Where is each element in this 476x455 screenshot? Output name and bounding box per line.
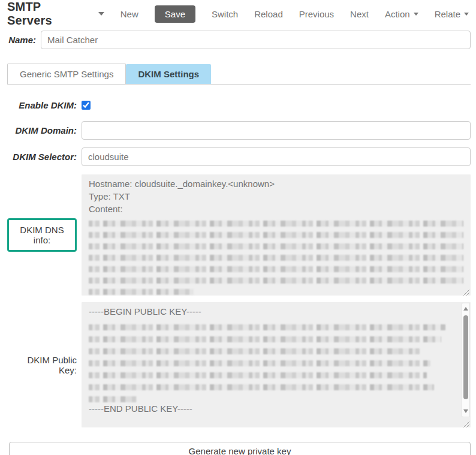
redacted-text-line — [89, 396, 137, 402]
redacted-text-line — [89, 360, 430, 366]
new-button[interactable]: New — [120, 9, 138, 19]
chevron-down-icon — [414, 13, 418, 16]
dkim-dns-info-row: DKIM DNS info: Hostname: cloudsuite._dom… — [7, 174, 471, 296]
dns-hostname-line: Hostname: cloudsuite._domainkey.<unknown… — [89, 177, 463, 190]
switch-button[interactable]: Switch — [212, 9, 238, 19]
page-title: SMTP Servers — [7, 0, 84, 28]
dns-content-line: Content: — [89, 203, 463, 215]
dkim-settings-panel: Enable DKIM: DKIM Domain: DKIM Selector:… — [7, 100, 471, 427]
resize-handle-icon[interactable] — [463, 420, 469, 426]
action-menu-label: Action — [385, 9, 410, 19]
enable-dkim-checkbox[interactable] — [82, 101, 91, 110]
name-label: Name: — [7, 35, 36, 45]
tab-dkim-settings[interactable]: DKIM Settings — [126, 64, 211, 84]
redacted-text-line — [89, 324, 445, 330]
dkim-public-key-row: DKIM Public Key: -----BEGIN PUBLIC KEY--… — [7, 302, 471, 427]
smtp-server-edit-view: SMTP Servers New Save Switch Reload Prev… — [0, 0, 476, 455]
scrollbar-thumb[interactable] — [463, 315, 468, 399]
redacted-public-key-content — [89, 324, 456, 402]
relate-menu[interactable]: Relate — [435, 9, 469, 19]
end-public-key-line: -----END PUBLIC KEY----- — [89, 402, 456, 415]
relate-menu-label: Relate — [435, 9, 460, 19]
name-field-row: Name: — [7, 31, 471, 49]
chevron-down-icon — [464, 13, 469, 16]
redacted-text-line — [89, 243, 463, 249]
begin-public-key-line: -----BEGIN PUBLIC KEY----- — [89, 305, 456, 318]
redacted-text-line — [89, 384, 434, 390]
name-input[interactable] — [41, 31, 471, 49]
dkim-public-key-label: DKIM Public Key: — [7, 355, 77, 375]
tab-bar: Generic SMTP Settings DKIM Settings — [7, 64, 471, 85]
save-button[interactable]: Save — [155, 5, 195, 23]
vertical-scrollbar[interactable] — [462, 303, 470, 417]
enable-dkim-row: Enable DKIM: — [7, 100, 471, 110]
tab-generic-smtp-settings[interactable]: Generic SMTP Settings — [7, 64, 126, 84]
redacted-text-line — [89, 266, 463, 272]
redacted-text-line — [89, 255, 463, 261]
redacted-text-line — [89, 372, 427, 378]
previous-button[interactable]: Previous — [299, 9, 334, 19]
dkim-selector-row: DKIM Selector: — [7, 147, 471, 166]
redacted-text-line — [89, 348, 420, 354]
dkim-domain-label: DKIM Domain: — [7, 125, 77, 135]
scroll-up-icon[interactable] — [463, 307, 468, 311]
dkim-domain-row: DKIM Domain: — [7, 121, 471, 140]
toolbar: SMTP Servers New Save Switch Reload Prev… — [0, 0, 476, 23]
redacted-text-line — [89, 232, 463, 238]
chevron-down-icon — [98, 12, 104, 16]
dkim-domain-input[interactable] — [82, 121, 471, 140]
scroll-down-icon[interactable] — [463, 409, 468, 413]
enable-dkim-label: Enable DKIM: — [7, 100, 77, 110]
dkim-dns-info-highlight-box: DKIM DNS info: — [7, 218, 77, 252]
redacted-text-line — [89, 336, 441, 342]
generate-private-key-button[interactable]: Generate new private key — [9, 442, 471, 455]
dkim-dns-info-label: DKIM DNS info: — [20, 225, 64, 245]
next-button[interactable]: Next — [350, 9, 369, 19]
action-menu[interactable]: Action — [385, 9, 418, 19]
reload-button[interactable]: Reload — [254, 9, 283, 19]
redacted-text-line — [89, 278, 463, 284]
module-selector[interactable]: SMTP Servers — [7, 0, 104, 28]
dns-type-line: Type: TXT — [89, 190, 463, 203]
dkim-dns-info-textarea[interactable]: Hostname: cloudsuite._domainkey.<unknown… — [82, 174, 471, 296]
redacted-dns-content — [89, 221, 463, 295]
redacted-text-line — [89, 289, 194, 295]
dkim-public-key-textarea[interactable]: -----BEGIN PUBLIC KEY----- -----END PUBL… — [82, 302, 471, 427]
redacted-text-line — [89, 221, 463, 227]
dkim-selector-label: DKIM Selector: — [7, 152, 77, 162]
resize-handle-icon[interactable] — [463, 288, 469, 294]
dkim-selector-input[interactable] — [82, 147, 471, 166]
